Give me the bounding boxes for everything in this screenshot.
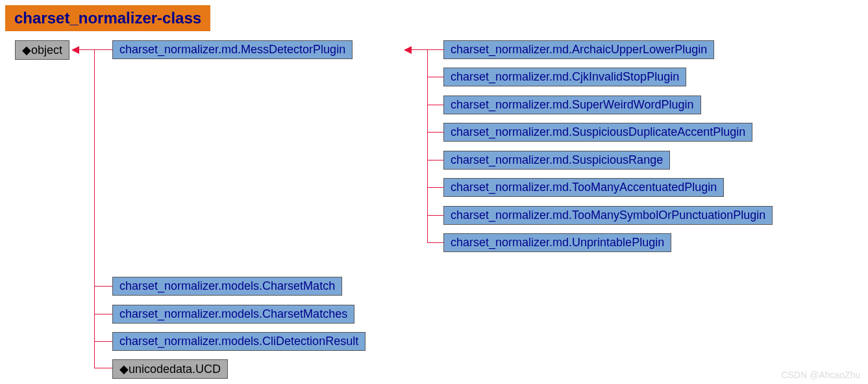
node-plugin: charset_normalizer.md.CjkInvalidStopPlug… [443,68,686,86]
connector [94,314,112,314]
node-object: ◆object [15,40,69,60]
connector [427,49,428,242]
node-plugin: charset_normalizer.md.SuperWeirdWordPlug… [443,96,701,114]
node-plugin: charset_normalizer.md.ArchaicUpperLowerP… [443,40,714,59]
connector [427,132,443,133]
diagram-title: charset_normalizer-class [5,5,210,31]
connector [427,242,443,243]
connector [94,286,112,287]
connector [94,368,112,368]
connector [79,49,112,50]
node-ucd: ◆unicodedata.UCD [112,359,228,379]
watermark: CSDN @AhcaoZhu [781,370,860,380]
connector [427,160,443,160]
node-model: charset_normalizer.models.CharsetMatch [112,277,342,296]
connector [427,187,443,188]
connector [427,215,443,216]
node-model: charset_normalizer.models.CliDetectionRe… [112,332,366,351]
connector [427,105,443,105]
node-mess-detector: charset_normalizer.md.MessDetectorPlugin [112,40,353,59]
node-model: charset_normalizer.models.CharsetMatches [112,305,354,324]
node-plugin: charset_normalizer.md.SuspiciousDuplicat… [443,123,752,142]
node-plugin: charset_normalizer.md.SuspiciousRange [443,151,670,170]
connector [94,341,112,342]
node-plugin: charset_normalizer.md.TooManyAccentuated… [443,178,724,197]
arrow-icon [71,46,79,54]
node-plugin: charset_normalizer.md.TooManySymbolOrPun… [443,206,773,225]
arrow-icon [404,46,412,54]
connector [94,49,95,368]
node-plugin: charset_normalizer.md.UnprintablePlugin [443,233,671,252]
connector [427,77,443,77]
